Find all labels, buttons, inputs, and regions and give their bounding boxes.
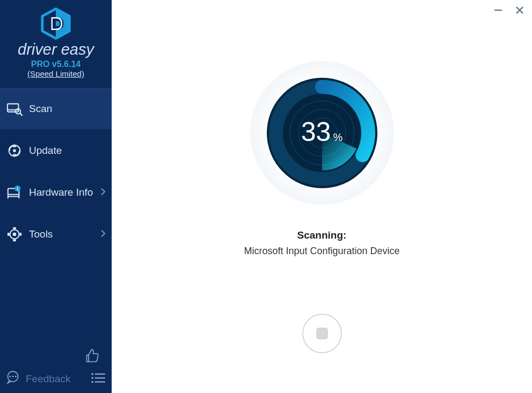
scan-status: Scanning: Microsoft Input Configuration …: [244, 229, 399, 257]
nav-tools[interactable]: Tools: [0, 213, 112, 255]
window-controls: [492, 4, 526, 16]
svg-rect-2: [8, 104, 19, 112]
close-button[interactable]: [514, 4, 526, 16]
svg-line-5: [20, 113, 22, 115]
svg-point-21: [13, 233, 17, 236]
stop-scan-button[interactable]: [302, 314, 342, 353]
nav-hardware-info-label: Hardware Info: [29, 187, 93, 198]
tools-icon: [6, 226, 23, 242]
nav: Scan Update: [0, 88, 112, 255]
scan-icon: [6, 101, 23, 117]
brand-name: driver easy: [0, 41, 112, 58]
svg-point-23: [9, 376, 11, 377]
feedback-button[interactable]: Feedback: [5, 370, 70, 388]
scan-progress-gauge: 33 %: [249, 60, 395, 206]
version-label: PRO v5.6.14: [0, 60, 112, 69]
sidebar: driver easy PRO v5.6.14 (Speed Limited) …: [0, 0, 112, 393]
scan-current-item: Microsoft Input Configuration Device: [244, 246, 399, 257]
svg-rect-20: [19, 233, 21, 236]
nav-update-label: Update: [29, 145, 62, 157]
stop-icon: [316, 328, 328, 339]
app-logo-icon: [40, 8, 72, 40]
thumbs-up-icon[interactable]: [85, 348, 100, 366]
svg-rect-17: [13, 227, 16, 229]
nav-scan-label: Scan: [29, 103, 52, 115]
feedback-icon: [5, 370, 20, 388]
svg-point-24: [12, 376, 14, 377]
progress-text: 33 %: [301, 116, 342, 147]
svg-rect-18: [13, 239, 16, 241]
hardware-info-icon: i: [6, 184, 23, 201]
svg-text:i: i: [17, 186, 18, 191]
nav-hardware-info[interactable]: i Hardware Info: [0, 172, 112, 213]
scan-status-label: Scanning:: [244, 229, 399, 241]
svg-point-9: [13, 149, 16, 152]
svg-point-25: [15, 376, 17, 377]
main-panel: 33 % Scanning: Microsoft Input Configura…: [112, 0, 532, 393]
sidebar-footer: Feedback: [0, 344, 112, 393]
update-icon: [6, 143, 23, 159]
svg-point-26: [91, 373, 93, 375]
progress-value: 33: [301, 116, 331, 147]
chevron-right-icon: [101, 230, 105, 239]
feedback-label: Feedback: [26, 373, 70, 385]
svg-rect-19: [8, 233, 10, 236]
speed-limited-link[interactable]: (Speed Limited): [0, 69, 112, 78]
logo-area: driver easy PRO v5.6.14 (Speed Limited): [0, 0, 112, 83]
chevron-right-icon: [101, 188, 105, 197]
menu-list-icon[interactable]: [90, 372, 106, 386]
nav-scan[interactable]: Scan: [0, 88, 112, 130]
progress-unit: %: [333, 131, 342, 144]
nav-tools-label: Tools: [29, 228, 53, 240]
nav-update[interactable]: Update: [0, 130, 112, 172]
minimize-button[interactable]: [492, 4, 504, 16]
svg-point-30: [91, 381, 93, 383]
svg-point-28: [91, 377, 93, 379]
